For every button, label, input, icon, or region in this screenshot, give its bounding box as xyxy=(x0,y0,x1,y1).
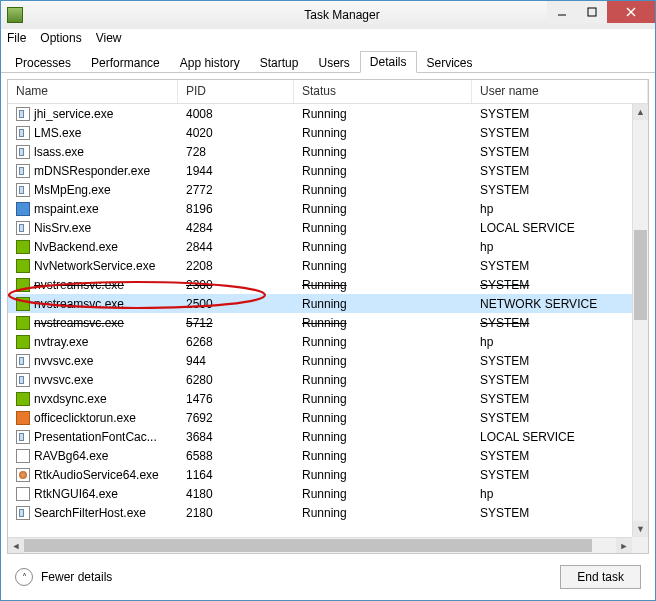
process-user: SYSTEM xyxy=(472,468,632,482)
process-name: nvvsvc.exe xyxy=(34,354,93,368)
process-icon xyxy=(16,221,30,235)
col-header-pid[interactable]: PID xyxy=(178,80,294,103)
process-status: Running xyxy=(294,202,472,216)
table-row[interactable]: mspaint.exe8196Runninghp xyxy=(8,199,632,218)
process-pid: 2180 xyxy=(178,506,294,520)
process-user: SYSTEM xyxy=(472,278,632,292)
table-row[interactable]: LMS.exe4020RunningSYSTEM xyxy=(8,123,632,142)
process-icon xyxy=(16,107,30,121)
process-icon xyxy=(16,183,30,197)
scroll-up-icon[interactable]: ▲ xyxy=(633,104,648,120)
scroll-left-icon[interactable]: ◄ xyxy=(8,538,24,554)
menu-options[interactable]: Options xyxy=(40,31,81,47)
table-row[interactable]: nvxdsync.exe1476RunningSYSTEM xyxy=(8,389,632,408)
table-row[interactable]: officeclicktorun.exe7692RunningSYSTEM xyxy=(8,408,632,427)
process-name: lsass.exe xyxy=(34,145,84,159)
table-row[interactable]: lsass.exe728RunningSYSTEM xyxy=(8,142,632,161)
process-pid: 7692 xyxy=(178,411,294,425)
process-name: mDNSResponder.exe xyxy=(34,164,150,178)
table-row[interactable]: nvtray.exe6268Runninghp xyxy=(8,332,632,351)
process-user: SYSTEM xyxy=(472,259,632,273)
process-name: NisSrv.exe xyxy=(34,221,91,235)
process-name: RAVBg64.exe xyxy=(34,449,109,463)
table-row[interactable]: nvstreamsvc.exe2300RunningSYSTEM xyxy=(8,275,632,294)
process-user: hp xyxy=(472,240,632,254)
process-status: Running xyxy=(294,183,472,197)
close-button[interactable] xyxy=(607,1,655,23)
process-pid: 1476 xyxy=(178,392,294,406)
process-status: Running xyxy=(294,487,472,501)
table-row[interactable]: nvvsvc.exe6280RunningSYSTEM xyxy=(8,370,632,389)
process-user: SYSTEM xyxy=(472,164,632,178)
table-body[interactable]: jhi_service.exe4008RunningSYSTEMLMS.exe4… xyxy=(8,104,632,537)
tab-processes[interactable]: Processes xyxy=(5,52,81,73)
table-row[interactable]: PresentationFontCac...3684RunningLOCAL S… xyxy=(8,427,632,446)
scroll-right-icon[interactable]: ► xyxy=(616,538,632,554)
process-user: LOCAL SERVICE xyxy=(472,221,632,235)
table-row[interactable]: NvNetworkService.exe2208RunningSYSTEM xyxy=(8,256,632,275)
process-user: hp xyxy=(472,335,632,349)
table-row[interactable]: NisSrv.exe4284RunningLOCAL SERVICE xyxy=(8,218,632,237)
process-user: hp xyxy=(472,202,632,216)
table-row[interactable]: nvstreamsvc.exe2500RunningNETWORK SERVIC… xyxy=(8,294,632,313)
col-header-name[interactable]: Name xyxy=(8,80,178,103)
scroll-down-icon[interactable]: ▼ xyxy=(633,521,648,537)
process-pid: 2500 xyxy=(178,297,294,311)
menu-view[interactable]: View xyxy=(96,31,122,47)
menubar: File Options View xyxy=(1,29,655,49)
process-status: Running xyxy=(294,449,472,463)
process-status: Running xyxy=(294,316,472,330)
fewer-details-button[interactable]: ˄ Fewer details xyxy=(15,568,112,586)
titlebar[interactable]: Task Manager xyxy=(1,1,655,29)
table-row[interactable]: nvstreamsvc.exe5712RunningSYSTEM xyxy=(8,313,632,332)
process-icon xyxy=(16,259,30,273)
end-task-button[interactable]: End task xyxy=(560,565,641,589)
table-row[interactable]: NvBackend.exe2844Runninghp xyxy=(8,237,632,256)
scroll-corner xyxy=(632,537,648,553)
process-status: Running xyxy=(294,468,472,482)
process-icon xyxy=(16,354,30,368)
tab-startup[interactable]: Startup xyxy=(250,52,309,73)
process-name: NvBackend.exe xyxy=(34,240,118,254)
process-name: nvvsvc.exe xyxy=(34,373,93,387)
process-pid: 3684 xyxy=(178,430,294,444)
process-icon xyxy=(16,392,30,406)
process-icon xyxy=(16,278,30,292)
col-header-user[interactable]: User name xyxy=(472,80,648,103)
maximize-button[interactable] xyxy=(577,1,607,23)
menu-file[interactable]: File xyxy=(7,31,26,47)
hscroll-thumb[interactable] xyxy=(24,539,592,552)
table-row[interactable]: jhi_service.exe4008RunningSYSTEM xyxy=(8,104,632,123)
table-row[interactable]: SearchFilterHost.exe2180RunningSYSTEM xyxy=(8,503,632,522)
process-status: Running xyxy=(294,335,472,349)
table-row[interactable]: RtkNGUI64.exe4180Runninghp xyxy=(8,484,632,503)
horizontal-scrollbar[interactable]: ◄ ► xyxy=(8,537,632,553)
tab-services[interactable]: Services xyxy=(417,52,483,73)
process-status: Running xyxy=(294,373,472,387)
process-user: SYSTEM xyxy=(472,107,632,121)
process-icon xyxy=(16,430,30,444)
tabstrip: ProcessesPerformanceApp historyStartupUs… xyxy=(1,49,655,73)
tab-app-history[interactable]: App history xyxy=(170,52,250,73)
table-row[interactable]: mDNSResponder.exe1944RunningSYSTEM xyxy=(8,161,632,180)
tab-details[interactable]: Details xyxy=(360,51,417,73)
table-row[interactable]: MsMpEng.exe2772RunningSYSTEM xyxy=(8,180,632,199)
process-pid: 4020 xyxy=(178,126,294,140)
tab-users[interactable]: Users xyxy=(308,52,359,73)
process-user: SYSTEM xyxy=(472,354,632,368)
minimize-button[interactable] xyxy=(547,1,577,23)
process-name: mspaint.exe xyxy=(34,202,99,216)
process-pid: 4008 xyxy=(178,107,294,121)
tab-performance[interactable]: Performance xyxy=(81,52,170,73)
table-row[interactable]: RtkAudioService64.exe1164RunningSYSTEM xyxy=(8,465,632,484)
scroll-thumb[interactable] xyxy=(634,230,647,320)
col-header-status[interactable]: Status xyxy=(294,80,472,103)
process-pid: 2844 xyxy=(178,240,294,254)
process-status: Running xyxy=(294,107,472,121)
table-row[interactable]: nvvsvc.exe944RunningSYSTEM xyxy=(8,351,632,370)
table-row[interactable]: RAVBg64.exe6588RunningSYSTEM xyxy=(8,446,632,465)
process-icon xyxy=(16,335,30,349)
vertical-scrollbar[interactable]: ▲ ▼ xyxy=(632,104,648,537)
scroll-track[interactable] xyxy=(633,120,648,521)
process-user: SYSTEM xyxy=(472,145,632,159)
